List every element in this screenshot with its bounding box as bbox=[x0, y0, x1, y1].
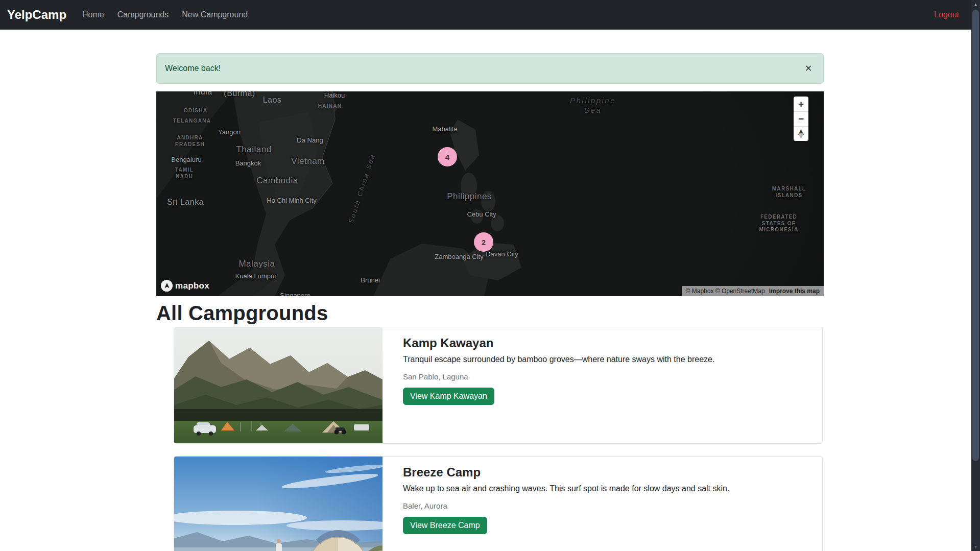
campground-name: Kamp Kawayan bbox=[403, 336, 814, 350]
campground-description: Wake up to sea air and crashing waves. T… bbox=[403, 484, 814, 493]
map-controls: + − ▲ ▼ bbox=[794, 97, 808, 141]
scrollbar-down-icon[interactable]: ▾ bbox=[971, 542, 980, 551]
mapbox-logo-icon: ➤ bbox=[161, 280, 173, 292]
cluster-map[interactable]: India(Burma)LaosHaikouHAINANODISHATELANG… bbox=[156, 91, 824, 296]
scrollbar-thumb[interactable] bbox=[972, 10, 979, 461]
cluster-marker[interactable]: 2 bbox=[474, 232, 493, 252]
main-container: Welcome back! ✕ bbox=[156, 53, 824, 551]
navbar: YelpCamp Home Campgrounds New Campground… bbox=[0, 0, 971, 30]
campground-location: Baler, Aurora bbox=[403, 501, 814, 510]
scrollbar[interactable]: ▴ ▾ bbox=[971, 0, 980, 551]
campground-card-kamp-kawayan: Kamp Kawayan Tranquil escape surrounded … bbox=[174, 327, 823, 444]
alert-message: Welcome back! bbox=[165, 64, 221, 73]
success-alert: Welcome back! ✕ bbox=[156, 53, 824, 84]
view-campground-button[interactable]: View Breeze Camp bbox=[403, 517, 487, 534]
attribution-text: © Mapbox © OpenStreetMap bbox=[686, 288, 765, 295]
scrollbar-up-icon[interactable]: ▴ bbox=[971, 0, 980, 9]
close-icon[interactable]: ✕ bbox=[800, 60, 817, 77]
mapbox-logo-text: mapbox bbox=[175, 281, 209, 291]
campground-photo-breeze-camp bbox=[174, 457, 383, 551]
map-globe-shading bbox=[156, 91, 824, 296]
logout-link[interactable]: Logout bbox=[929, 6, 964, 23]
compass-icon[interactable]: ▲ ▼ bbox=[794, 126, 808, 141]
card-body: Breeze Camp Wake up to sea air and crash… bbox=[383, 457, 822, 551]
nav-link-home[interactable]: Home bbox=[78, 6, 109, 23]
campground-description: Tranquil escape surrounded by bamboo gro… bbox=[403, 355, 814, 364]
page-title: All Campgrounds bbox=[156, 302, 824, 325]
zoom-out-icon[interactable]: − bbox=[794, 111, 808, 126]
nav-link-new-campground[interactable]: New Campground bbox=[177, 6, 252, 23]
cluster-marker[interactable]: 4 bbox=[438, 147, 457, 166]
brand-yelpcamp[interactable]: YelpCamp bbox=[7, 8, 66, 22]
improve-map-link[interactable]: Improve this map bbox=[769, 288, 820, 295]
campground-photo-kamp-kawayan bbox=[174, 327, 383, 443]
campground-name: Breeze Camp bbox=[403, 465, 814, 480]
campground-location: San Pablo, Laguna bbox=[403, 372, 814, 381]
nav-link-campgrounds[interactable]: Campgrounds bbox=[113, 6, 174, 23]
zoom-in-icon[interactable]: + bbox=[794, 97, 808, 111]
card-body: Kamp Kawayan Tranquil escape surrounded … bbox=[383, 327, 822, 443]
campground-card-breeze-camp: Breeze Camp Wake up to sea air and crash… bbox=[174, 456, 823, 551]
mapbox-logo[interactable]: ➤ mapbox bbox=[161, 280, 209, 292]
map-attribution: © Mapbox © OpenStreetMapImprove this map bbox=[682, 286, 824, 296]
view-campground-button[interactable]: View Kamp Kawayan bbox=[403, 388, 494, 405]
